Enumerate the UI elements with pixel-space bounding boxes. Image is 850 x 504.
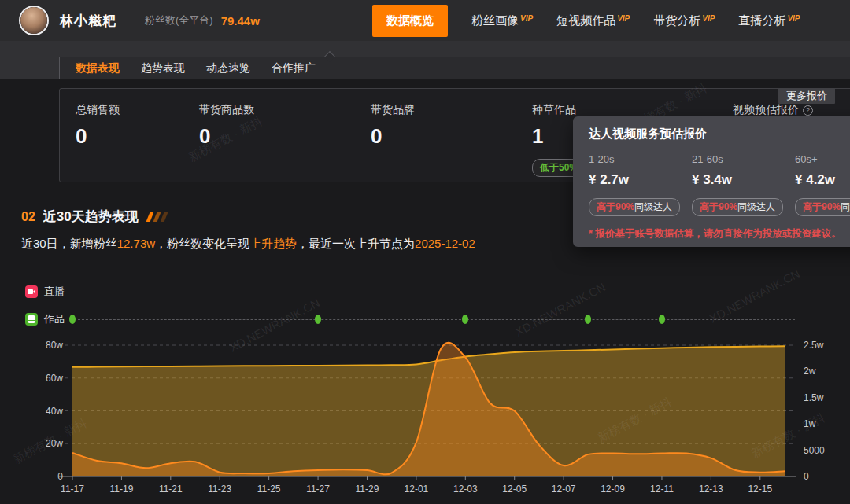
stat-brand-count: 带货品牌 0 bbox=[371, 103, 415, 149]
main-nav: 数据概览 粉丝画像VIP 短视频作品VIP 带货分析VIP 直播分析VIP bbox=[372, 0, 800, 41]
panel-caret-icon bbox=[324, 51, 335, 62]
fans-trend-plot[interactable]: 020w40w60w80w050001w1.5w2w2.5w11-1711-19… bbox=[0, 330, 850, 504]
works-event-dot bbox=[462, 315, 468, 324]
stat-label: 视频预估报价 bbox=[733, 103, 799, 117]
tab-short-video-works[interactable]: 短视频作品VIP bbox=[556, 13, 630, 28]
duration-label: 21-60s bbox=[692, 153, 795, 165]
svg-text:12-01: 12-01 bbox=[405, 484, 429, 495]
live-event-track bbox=[74, 292, 795, 292]
svg-text:20w: 20w bbox=[46, 438, 63, 449]
svg-text:60w: 60w bbox=[46, 373, 63, 384]
price-value: ¥ 4.2w bbox=[795, 172, 850, 188]
tab-label: 直播分析 bbox=[738, 13, 785, 27]
svg-text:12-13: 12-13 bbox=[699, 484, 723, 495]
price-column-60s-plus: 60s+ ¥ 4.2w 高于90%同级达人 bbox=[795, 153, 850, 216]
svg-text:80w: 80w bbox=[46, 340, 63, 351]
fans-count-label: 粉丝数(全平台) bbox=[145, 13, 213, 28]
video-price-tooltip: 达人视频服务预估报价 1-20s ¥ 2.7w 高于90%同级达人 21-60s… bbox=[573, 116, 850, 247]
price-column-1-20s: 1-20s ¥ 2.7w 高于90%同级达人 bbox=[589, 153, 692, 216]
works-event-dot bbox=[585, 315, 591, 324]
rank-badge-text: 同级达人 bbox=[841, 200, 850, 214]
tab-fans-portrait[interactable]: 粉丝画像VIP bbox=[471, 13, 533, 28]
avatar[interactable] bbox=[19, 6, 49, 35]
svg-text:11-27: 11-27 bbox=[306, 484, 330, 495]
works-event-dot bbox=[659, 315, 665, 324]
price-column-21-60s: 21-60s ¥ 3.4w 高于90%同级达人 bbox=[692, 153, 795, 216]
stat-value: 0 bbox=[76, 124, 120, 149]
decor-slash-icon bbox=[146, 212, 153, 222]
svg-text:11-29: 11-29 bbox=[356, 484, 379, 495]
stat-value: 0 bbox=[371, 124, 415, 149]
svg-text:11-23: 11-23 bbox=[208, 484, 231, 495]
trend-summary: 近30日，新增粉丝12.73w，粉丝数变化呈现上升趋势，最近一次上升节点为202… bbox=[21, 237, 475, 252]
stat-product-count: 带货商品数 0 bbox=[199, 103, 254, 149]
stat-label: 带货品牌 bbox=[371, 103, 415, 117]
stat-label: 带货商品数 bbox=[199, 103, 254, 117]
stat-value: 0 bbox=[199, 124, 254, 149]
svg-text:12-03: 12-03 bbox=[453, 484, 478, 495]
legend-live[interactable]: 直播 bbox=[25, 285, 795, 298]
tab-live-analysis[interactable]: 直播分析VIP bbox=[738, 13, 800, 28]
svg-text:11-17: 11-17 bbox=[61, 484, 84, 495]
rank-badge-percent: 低于50% bbox=[540, 161, 578, 175]
svg-text:11-19: 11-19 bbox=[110, 484, 134, 495]
tooltip-disclaimer: * 报价基于账号数据估算，请勿直接作为投放或投资建议。 bbox=[589, 227, 841, 241]
rank-badge: 高于90%同级达人 bbox=[692, 198, 783, 216]
section-title: 近30天趋势表现 bbox=[43, 208, 139, 226]
more-quotes-button[interactable]: 更多报价 bbox=[778, 88, 835, 104]
trend-direction: 上升趋势 bbox=[249, 237, 297, 250]
rank-badge-text: 同级达人 bbox=[634, 200, 672, 214]
price-value: ¥ 3.4w bbox=[692, 172, 795, 188]
tooltip-columns: 1-20s ¥ 2.7w 高于90%同级达人 21-60s ¥ 3.4w 高于9… bbox=[589, 153, 850, 216]
subtab-strip: 数据表现 趋势表现 动态速览 合作推广 bbox=[0, 41, 850, 79]
rank-badge-percent: 高于90% bbox=[803, 200, 841, 214]
rank-badge-text: 同级达人 bbox=[737, 200, 775, 214]
tab-label: 数据概览 bbox=[386, 13, 434, 27]
vip-badge: VIP bbox=[787, 14, 800, 23]
section-number: 02 bbox=[21, 210, 35, 224]
section-header: 02 近30天趋势表现 bbox=[21, 208, 166, 226]
stat-label: 种草作品 bbox=[532, 103, 623, 117]
tab-ecommerce-analysis[interactable]: 带货分析VIP bbox=[653, 13, 715, 28]
help-icon[interactable]: ? bbox=[803, 105, 813, 116]
price-value: ¥ 2.7w bbox=[589, 172, 692, 188]
trend-chart: 直播 作品 020w40w60w80w050001w1.5w2w2.5w11-1… bbox=[0, 279, 850, 504]
works-event-dot bbox=[69, 315, 76, 324]
rank-badge-percent: 高于90% bbox=[597, 200, 634, 214]
subtab-trend-performance[interactable]: 趋势表现 bbox=[141, 61, 185, 75]
vip-badge: VIP bbox=[520, 14, 533, 23]
stat-label: 总销售额 bbox=[76, 103, 120, 117]
topbar: 林小糍粑 粉丝数(全平台) 79.44w 数据概览 粉丝画像VIP 短视频作品V… bbox=[0, 0, 850, 41]
svg-text:12-07: 12-07 bbox=[552, 484, 576, 495]
subtab-cooperation-promo[interactable]: 合作推广 bbox=[272, 61, 316, 75]
tab-label: 粉丝画像 bbox=[471, 13, 519, 27]
duration-label: 1-20s bbox=[589, 153, 692, 165]
summary-text: 近30日，新增粉丝 bbox=[21, 237, 117, 250]
svg-text:2w: 2w bbox=[804, 366, 816, 377]
tab-data-overview[interactable]: 数据概览 bbox=[372, 5, 448, 37]
legend-label: 直播 bbox=[44, 285, 65, 299]
rank-badge-percent: 高于90% bbox=[700, 200, 737, 214]
rise-date: 2025-12-02 bbox=[415, 237, 475, 250]
tab-label: 短视频作品 bbox=[556, 13, 615, 27]
summary-text: ，最近一次上升节点为 bbox=[297, 237, 415, 250]
svg-text:40w: 40w bbox=[46, 406, 63, 417]
stat-video-price: 视频预估报价 ? bbox=[733, 103, 813, 117]
svg-text:0: 0 bbox=[804, 471, 809, 482]
live-icon bbox=[25, 285, 38, 298]
summary-text: ，粉丝数变化呈现 bbox=[155, 237, 249, 250]
avatar-image bbox=[20, 7, 47, 34]
fans-count-value: 79.44w bbox=[221, 14, 260, 28]
account-name: 林小糍粑 bbox=[60, 12, 116, 30]
svg-text:12-05: 12-05 bbox=[502, 484, 527, 495]
svg-text:0: 0 bbox=[57, 471, 63, 482]
svg-text:12-15: 12-15 bbox=[748, 484, 772, 495]
tooltip-title: 达人视频服务预估报价 bbox=[589, 127, 707, 142]
works-event-dots bbox=[0, 315, 850, 324]
svg-text:5000: 5000 bbox=[804, 445, 825, 456]
duration-label: 60s+ bbox=[795, 153, 850, 165]
vip-badge: VIP bbox=[617, 14, 630, 23]
new-fans-value: 12.73w bbox=[117, 237, 155, 250]
subtab-data-performance[interactable]: 数据表现 bbox=[76, 61, 120, 75]
subtab-dynamic-overview[interactable]: 动态速览 bbox=[206, 61, 250, 75]
